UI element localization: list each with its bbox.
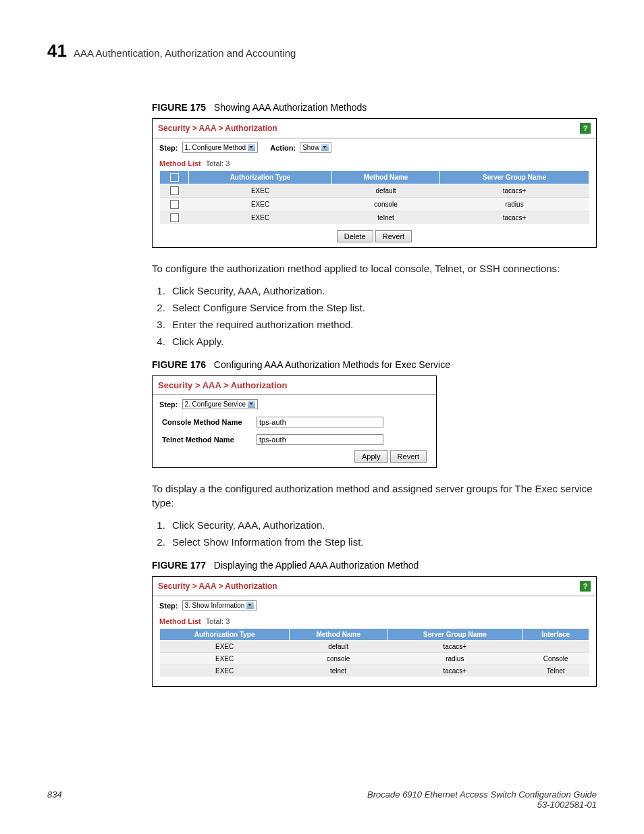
page-number: 834 <box>47 789 62 810</box>
method-table: Authorization Type Method Name Server Gr… <box>159 628 589 677</box>
method-table: Authorization Type Method Name Server Gr… <box>159 170 589 224</box>
footer-line2: 53-1002581-01 <box>537 800 597 810</box>
steps-list: Click Security, AAA, Authorization. Sele… <box>152 519 597 548</box>
step-select-value: 1. Configure Method <box>185 144 246 151</box>
col-method-name: Method Name <box>332 171 440 184</box>
paragraph: To display a the configured authorizatio… <box>152 481 597 510</box>
step-item: Select Show Information from the Step li… <box>168 536 597 548</box>
select-all-checkbox[interactable] <box>170 173 179 182</box>
table-row: EXEC telnet tacacs+ <box>160 211 589 225</box>
row-checkbox[interactable] <box>170 213 179 222</box>
steps-list: Click Security, AAA, Authorization. Sele… <box>152 285 597 347</box>
figure-number: FIGURE 175 <box>152 102 206 113</box>
step-select[interactable]: 2. Configure Service <box>182 399 259 409</box>
figure176-screenshot: Security > AAA > Authorization Step: 2. … <box>152 375 437 468</box>
row-checkbox[interactable] <box>170 200 179 209</box>
step-select-value: 3. Show Information <box>185 602 245 609</box>
chapter-title: AAA Authentication, Authorization and Ac… <box>74 47 296 59</box>
table-row: EXEC console radius <box>160 198 589 211</box>
col-method-name: Method Name <box>290 629 387 641</box>
help-icon[interactable]: ? <box>580 123 591 134</box>
col-auth-type: Authorization Type <box>160 629 290 641</box>
col-server-group: Server Group Name <box>440 171 589 184</box>
figure-caption: FIGURE 177 Displaying the Applied AAA Au… <box>152 560 597 571</box>
action-label: Action: <box>270 144 296 152</box>
col-interface: Interface <box>522 629 589 641</box>
step-item: Enter the required authorization method. <box>168 319 597 330</box>
table-row: EXEC default tacacs+ <box>160 641 589 653</box>
figure177-screenshot: Security > AAA > Authorization ? Step: 3… <box>152 576 597 687</box>
step-item: Select Configure Service from the Step l… <box>168 302 597 313</box>
table-row: EXEC default tacacs+ <box>160 184 589 198</box>
telnet-method-label: Telnet Method Name <box>162 436 257 444</box>
figure-caption: FIGURE 176 Configuring AAA Authorization… <box>152 359 597 370</box>
breadcrumb: Security > AAA > Authorization <box>158 124 277 133</box>
chapter-number: 41 <box>47 41 67 61</box>
step-select[interactable]: 1. Configure Method <box>182 142 259 153</box>
figure-number: FIGURE 177 <box>152 560 206 571</box>
method-list-label: Method List <box>159 159 201 167</box>
revert-button[interactable]: Revert <box>390 450 427 463</box>
step-label: Step: <box>159 144 178 152</box>
footer-line1: Brocade 6910 Ethernet Access Switch Conf… <box>367 789 597 800</box>
step-select[interactable]: 3. Show Information <box>182 600 257 610</box>
step-item: Click Security, AAA, Authorization. <box>168 285 597 296</box>
step-item: Click Security, AAA, Authorization. <box>168 519 597 531</box>
step-label: Step: <box>159 400 178 409</box>
col-server-group: Server Group Name <box>387 629 522 641</box>
breadcrumb: Security > AAA > Authorization <box>158 380 287 390</box>
page-footer: 834 Brocade 6910 Ethernet Access Switch … <box>47 789 597 810</box>
figure-title: Displaying the Applied AAA Authorization… <box>214 560 419 571</box>
console-method-input[interactable] <box>257 417 383 427</box>
chevron-down-icon <box>246 602 254 609</box>
chevron-down-icon <box>321 144 329 151</box>
figure-caption: FIGURE 175 Showing AAA Authorization Met… <box>152 102 597 113</box>
telnet-method-input[interactable] <box>257 434 383 445</box>
apply-button[interactable]: Apply <box>354 450 388 463</box>
page-header: 41 AAA Authentication, Authorization and… <box>47 41 597 61</box>
table-row: EXEC console radius Console <box>160 653 589 665</box>
chevron-down-icon <box>248 144 255 151</box>
method-list-label: Method List <box>159 617 201 625</box>
step-label: Step: <box>159 602 178 610</box>
row-checkbox[interactable] <box>170 186 179 195</box>
col-auth-type: Authorization Type <box>189 171 332 184</box>
revert-button[interactable]: Revert <box>375 230 412 242</box>
method-list-total: Total: 3 <box>206 159 230 167</box>
figure175-screenshot: Security > AAA > Authorization ? Step: 1… <box>152 118 597 248</box>
table-row: EXEC telnet tacacs+ Telnet <box>160 665 589 677</box>
figure-title: Configuring AAA Authorization Methods fo… <box>214 359 450 370</box>
console-method-label: Console Method Name <box>162 418 257 426</box>
method-list-total: Total: 3 <box>206 617 230 625</box>
action-select[interactable]: Show <box>300 142 331 153</box>
help-icon[interactable]: ? <box>580 581 591 592</box>
paragraph: To configure the authorization method ap… <box>152 261 597 276</box>
chevron-down-icon <box>248 400 255 408</box>
breadcrumb: Security > AAA > Authorization <box>158 581 277 591</box>
delete-button[interactable]: Delete <box>337 230 373 242</box>
action-select-value: Show <box>302 144 319 151</box>
figure-title: Showing AAA Authorization Methods <box>214 102 367 113</box>
step-select-value: 2. Configure Service <box>185 400 246 408</box>
step-item: Click Apply. <box>168 336 597 347</box>
figure-number: FIGURE 176 <box>152 359 206 370</box>
